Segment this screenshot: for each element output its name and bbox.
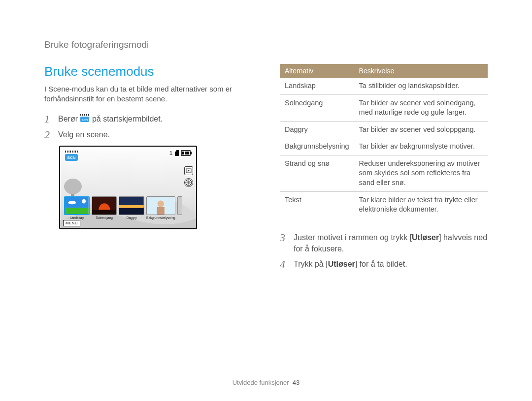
battery-icon: [181, 150, 192, 156]
th-beskrivelse: Beskrivelse: [354, 64, 488, 78]
table-row: Strand og snøReduser undereksponering av…: [280, 155, 488, 191]
svg-marker-23: [188, 170, 190, 172]
svg-rect-20: [185, 152, 187, 154]
svg-rect-40: [178, 197, 182, 215]
status-bar: 1: [169, 150, 192, 156]
step-number: 4: [280, 258, 289, 270]
menu-button: MENU: [63, 220, 80, 226]
camera-screen-illustration: SCN 1: [59, 146, 197, 229]
svg-point-38: [158, 200, 164, 207]
svg-rect-1: [81, 114, 82, 116]
step-number: 2: [44, 129, 53, 141]
table-row: SolnedgangTar bilder av scener ved solne…: [280, 94, 488, 121]
step-4-pre: Trykk på [: [294, 260, 328, 268]
step-1-text-post: på startskjermbildet.: [92, 115, 163, 123]
thumb-label: Daggry: [119, 216, 144, 219]
step-number: 3: [280, 232, 289, 244]
scene-thumbnails: Landskap Solnedgang: [64, 196, 182, 219]
thumb-landscape: Landskap: [64, 196, 90, 219]
thumb-partial: [177, 196, 182, 219]
page-footer: Utvidede funksjoner 43: [0, 379, 532, 386]
svg-rect-8: [66, 150, 67, 153]
table-row: LandskapTa stillbilder og landskapsbilde…: [280, 78, 488, 94]
svg-point-26: [64, 179, 82, 194]
step-4-post: ] for å ta bildet.: [355, 260, 407, 268]
manual-page: Bruke fotograferingsmodi Bruke scenemodu…: [0, 0, 532, 274]
step-3: 3 Juster motivet i rammen og trykk [Utlø…: [280, 232, 488, 254]
svg-rect-10: [71, 150, 72, 153]
svg-rect-21: [187, 152, 189, 154]
step-2: 2 Velg en scene.: [44, 129, 256, 141]
playback-icon: [184, 166, 193, 175]
svg-rect-4: [87, 114, 88, 116]
thumb-label: Bakgrunnsbelysning: [146, 216, 175, 219]
intro-text: I Scene-modus kan du ta et bilde med alt…: [44, 84, 256, 104]
table-row: DaggryTar bilder av scener ved soloppgan…: [280, 121, 488, 138]
scn-mode-icon: SCN: [80, 114, 90, 123]
thumb-sunset: Solnedgang: [92, 196, 117, 219]
svg-rect-12: [76, 150, 77, 153]
svg-rect-39: [157, 207, 165, 215]
step-4: 4 Trykk på [Utløser] for å ta bildet.: [280, 258, 488, 270]
footer-section: Utvidede funksjoner: [233, 379, 289, 386]
svg-rect-35: [119, 207, 144, 215]
options-table: Alternativ Beskrivelse LandskapTa stillb…: [280, 64, 488, 218]
thumb-backlight: Bakgrunnsbelysning: [146, 196, 175, 219]
svg-rect-28: [65, 208, 89, 214]
step-number: 1: [44, 113, 53, 125]
step-4-bold: Utløser: [328, 260, 355, 268]
thumb-label: Landskap: [64, 216, 90, 219]
svg-point-29: [82, 199, 86, 203]
svg-text:SCN: SCN: [67, 155, 76, 160]
svg-text:SCN: SCN: [82, 119, 88, 122]
step-2-text: Velg en scene.: [58, 129, 110, 140]
svg-rect-36: [119, 205, 144, 208]
thumb-dawn: Daggry: [119, 196, 144, 219]
scn-badge-icon: SCN: [64, 150, 80, 164]
svg-rect-9: [68, 150, 70, 153]
svg-rect-18: [190, 152, 192, 154]
th-alternativ: Alternativ: [280, 64, 354, 78]
step-1-text-pre: Berør: [58, 115, 80, 123]
memory-card-icon: [174, 150, 179, 156]
page-number: 43: [293, 379, 299, 386]
table-row: TekstTar klare bilder av tekst fra trykt…: [280, 191, 488, 218]
step-3-pre: Juster motivet i rammen og trykk [: [294, 233, 412, 242]
svg-rect-2: [83, 114, 84, 116]
step-1: 1 Berør SCN på st: [44, 113, 256, 125]
svg-rect-11: [73, 150, 75, 153]
svg-rect-33: [92, 210, 117, 214]
step-3-bold: Utløser: [412, 233, 439, 242]
svg-rect-19: [182, 152, 184, 154]
thumb-label: Solnedgang: [92, 216, 117, 219]
svg-point-30: [68, 201, 76, 204]
shot-counter: 1: [169, 150, 172, 156]
globe-icon: [184, 178, 193, 187]
left-column: Bruke scenemodus I Scene-modus kan du ta…: [44, 64, 256, 274]
breadcrumb: Bruke fotograferingsmodi: [44, 39, 488, 50]
svg-rect-16: [175, 150, 176, 152]
svg-rect-3: [85, 114, 86, 116]
right-column: Alternativ Beskrivelse LandskapTa stillb…: [280, 64, 488, 274]
table-row: BakgrunnsbelysningTar bilder av bakgrunn…: [280, 138, 488, 155]
section-title: Bruke scenemodus: [44, 64, 256, 79]
